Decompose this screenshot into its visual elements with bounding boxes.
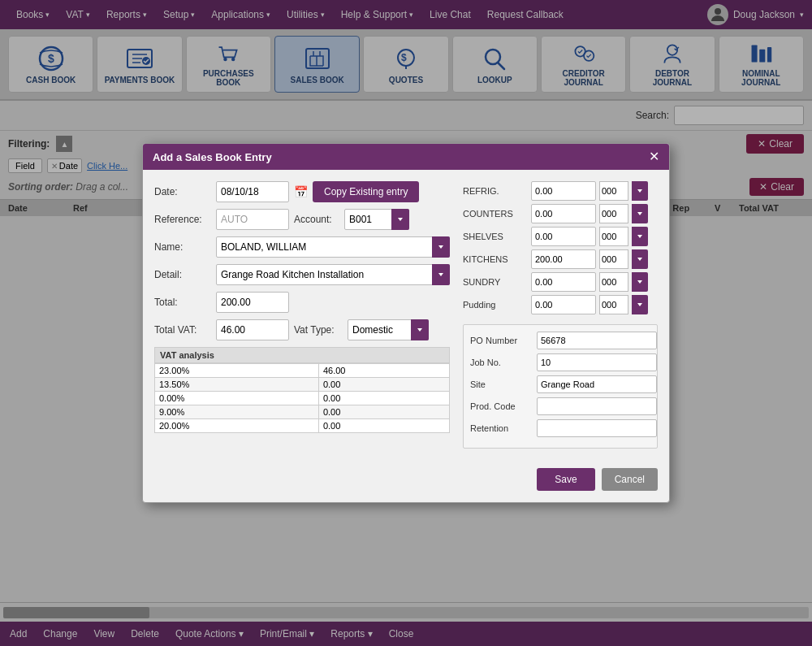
cancel-button[interactable]: Cancel (602, 468, 658, 491)
site-label: Site (470, 379, 532, 389)
retention-row: Retention (470, 419, 650, 437)
po-number-row: PO Number (470, 332, 650, 349)
right-dropdown-arrow[interactable] (632, 295, 648, 314)
vat-amount: 46.00 (318, 364, 449, 378)
dialog-left: Date: 📅 Copy Existing entry Reference: A… (154, 181, 450, 449)
right-code-input[interactable] (599, 204, 628, 223)
name-row: Name: (154, 236, 450, 258)
calendar-icon[interactable]: 📅 (294, 185, 308, 198)
close-icon[interactable]: ✕ (649, 150, 659, 163)
right-dropdown-arrow[interactable] (632, 227, 648, 246)
vat-analysis-row: 9.00%0.00 (155, 405, 450, 419)
vat-analysis-title: VAT analysis (154, 347, 450, 363)
dialog-header: Add a Sales Book Entry ✕ (143, 144, 669, 170)
vat-type-select[interactable]: Domestic (348, 319, 429, 340)
retention-label: Retention (470, 423, 532, 433)
add-sales-entry-dialog: Add a Sales Book Entry ✕ Date: 📅 Copy Ex… (142, 143, 670, 503)
right-code-input[interactable] (599, 272, 628, 292)
right-label: Pudding (463, 300, 528, 310)
modal-overlay: Add a Sales Book Entry ✕ Date: 📅 Copy Ex… (0, 0, 812, 646)
right-value-input[interactable] (531, 249, 596, 269)
right-code-input[interactable] (599, 249, 628, 269)
right-label: KITCHENS (463, 254, 528, 264)
right-panel-row: Pudding (463, 295, 658, 314)
right-dropdown-arrow[interactable] (632, 204, 648, 223)
job-no-input[interactable] (537, 353, 657, 371)
right-label: SHELVES (463, 232, 528, 241)
po-number-label: PO Number (470, 336, 532, 345)
name-input[interactable] (216, 236, 450, 258)
vat-analysis-section: VAT analysis 23.00%46.0013.50%0.000.00%0… (154, 347, 450, 433)
right-code-input[interactable] (599, 227, 628, 246)
date-label: Date: (154, 186, 211, 197)
total-row: Total: (154, 292, 450, 313)
prod-code-label: Prod. Code (470, 401, 532, 411)
prod-code-input[interactable] (537, 397, 657, 415)
job-no-row: Job No. (470, 353, 650, 371)
account-label: Account: (294, 214, 339, 225)
detail-select-wrap (216, 264, 450, 285)
detail-input[interactable] (216, 264, 450, 285)
vat-analysis-table: 23.00%46.0013.50%0.000.00%0.009.00%0.002… (154, 363, 450, 433)
right-panel-row: COUNTERS (463, 204, 658, 223)
name-label: Name: (154, 241, 211, 253)
vat-analysis-row: 0.00%0.00 (155, 392, 450, 405)
save-button[interactable]: Save (537, 468, 594, 491)
date-row: Date: 📅 Copy Existing entry (154, 181, 450, 202)
vat-type-select-wrap: Domestic (348, 319, 429, 340)
right-dropdown-arrow[interactable] (632, 249, 648, 269)
vat-analysis-row: 20.00%0.00 (155, 419, 450, 433)
vat-rate: 20.00% (155, 419, 319, 433)
total-vat-row: Total VAT: Vat Type: Domestic (154, 319, 450, 340)
dialog-body: Date: 📅 Copy Existing entry Reference: A… (143, 170, 669, 460)
vat-type-label: Vat Type: (294, 324, 343, 336)
right-code-input[interactable] (599, 181, 628, 201)
account-select-wrap (344, 209, 409, 230)
right-value-input[interactable] (531, 272, 596, 292)
detail-row: Detail: (154, 264, 450, 285)
copy-existing-button[interactable]: Copy Existing entry (313, 181, 419, 202)
total-vat-input[interactable] (216, 319, 289, 340)
total-label: Total: (154, 297, 211, 308)
right-value-input[interactable] (531, 204, 596, 223)
right-label: SUNDRY (463, 277, 528, 287)
vat-rate: 23.00% (155, 364, 319, 378)
job-no-label: Job No. (470, 358, 532, 367)
site-row: Site (470, 375, 650, 393)
right-value-input[interactable] (531, 227, 596, 246)
right-panel-row: SUNDRY (463, 272, 658, 292)
po-number-input[interactable] (537, 332, 657, 349)
vat-amount: 0.00 (318, 405, 449, 419)
right-panel-row: SHELVES (463, 227, 658, 246)
vat-rate: 9.00% (155, 405, 319, 419)
vat-amount: 0.00 (318, 378, 449, 392)
reference-input[interactable] (216, 209, 289, 230)
detail-label: Detail: (154, 269, 211, 280)
vat-analysis-row: 13.50%0.00 (155, 378, 450, 392)
account-input[interactable] (344, 209, 409, 230)
dialog-footer: Save Cancel (143, 460, 669, 502)
right-code-input[interactable] (599, 295, 628, 314)
date-input[interactable] (216, 181, 289, 202)
right-value-input[interactable] (531, 181, 596, 201)
name-select-wrap (216, 236, 450, 258)
vat-amount: 0.00 (318, 419, 449, 433)
retention-input[interactable] (537, 419, 657, 437)
right-panel-row: REFRIG. (463, 181, 658, 201)
right-panel-row: KITCHENS (463, 249, 658, 269)
vat-rate: 0.00% (155, 392, 319, 405)
total-input[interactable] (216, 292, 289, 313)
right-dropdown-arrow[interactable] (632, 181, 648, 201)
reference-label: Reference: (154, 214, 211, 225)
right-value-input[interactable] (531, 295, 596, 314)
right-dropdown-arrow[interactable] (632, 272, 648, 292)
prod-code-row: Prod. Code (470, 397, 650, 415)
dialog-right: REFRIG. COUNTERS SHELVES KITCHENS SUNDRY (463, 181, 658, 449)
total-vat-label: Total VAT: (154, 324, 211, 336)
vat-analysis-row: 23.00%46.00 (155, 364, 450, 378)
site-input[interactable] (537, 375, 657, 393)
extra-fields-section: PO Number Job No. Site Prod. Code (463, 324, 658, 449)
dialog-title: Add a Sales Book Entry (153, 151, 272, 163)
right-label: COUNTERS (463, 209, 528, 219)
reference-row: Reference: Account: (154, 209, 450, 230)
